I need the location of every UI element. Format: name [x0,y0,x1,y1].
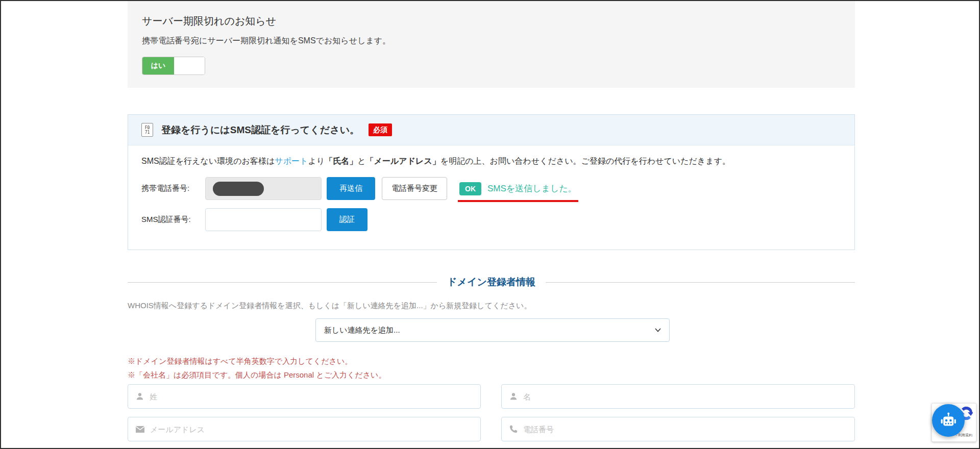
recaptcha-terms-text[interactable]: - 利用規約 [956,433,972,438]
resend-sms-button[interactable]: 再送信 [327,177,375,200]
toggle-on-label: はい [142,57,174,74]
intro-part3: と [357,157,365,165]
divider-line-left [128,282,437,283]
sms-sent-status-text: SMSを送信しました。 [487,183,577,194]
phone-number-field [205,177,322,200]
notice-title: サーバー期限切れのお知らせ [142,14,841,28]
person-icon [136,392,144,401]
input-rule-notes: ※ドメイン登録者情報はすべて半角英数字で入力してください。 ※「会社名」は必須項… [128,354,386,382]
server-expiry-notice-panel: サーバー期限切れのお知らせ 携帯電話番号宛にサーバー期限切れ通知をSMSでお知ら… [128,1,855,88]
sms-box-body: SMS認証を行えない環境のお客様はサポートより「氏名」と「メールアドレス」を明記… [128,145,854,231]
first-name-field[interactable] [501,384,855,409]
intro-part4: を明記の上、お問い合わせください。ご登録の代行を行わせていただきます。 [440,157,730,165]
last-name-field[interactable] [128,384,481,409]
verify-button[interactable]: 認証 [327,208,368,231]
divider-line-right [546,282,855,283]
toggle-off-half [174,57,205,74]
intro-bold-name: 「氏名」 [325,157,357,165]
registrant-section-heading: ドメイン登録者情報 [447,276,535,289]
sms-code-input[interactable] [205,208,322,231]
sms-box-title: 登録を行うにはSMS認証を行ってください。 [161,123,359,137]
sms-verification-box: F0 71 登録を行うにはSMS認証を行ってください。 必須 SMS認証を行えな… [128,114,855,250]
last-name-input[interactable] [150,392,473,401]
sms-intro-text: SMS認証を行えない環境のお客様はサポートより「氏名」と「メールアドレス」を明記… [141,156,841,167]
phone-icon [509,425,518,433]
phone-input[interactable] [523,425,847,434]
warning-missing-glyph-icon: F0 71 [141,123,153,137]
intro-part1: SMS認証を行えない環境のお客様は [141,157,275,165]
page: サーバー期限切れのお知らせ 携帯電話番号宛にサーバー期限切れ通知をSMSでお知ら… [0,0,980,449]
phone-number-label: 携帯電話番号: [141,184,205,193]
registrant-section-divider: ドメイン登録者情報 [128,276,855,289]
glyph-line2: 71 [145,130,150,135]
sms-status: OK SMSを送信しました。 [459,177,577,200]
terms-label[interactable]: 利用規約 [958,433,972,437]
sms-code-label: SMS認証番号: [141,215,205,224]
support-link[interactable]: サポート [275,157,308,165]
redacted-phone-number [213,182,264,196]
contact-select[interactable]: 新しい連絡先を追加... [315,318,670,342]
email-input[interactable] [150,425,473,434]
chevron-down-icon [655,328,661,332]
person-icon [509,392,518,401]
change-phone-button[interactable]: 電話番号変更 [382,177,447,200]
note-company-required: ※「会社名」は必須項目です。個人の場合は Personal とご入力ください。 [128,368,386,382]
ok-status-badge: OK [459,182,481,195]
registrant-form-grid [128,384,855,449]
email-field[interactable] [128,417,481,441]
first-name-input[interactable] [523,392,847,401]
sms-notification-toggle[interactable]: はい [142,57,205,75]
chatbot-button[interactable] [932,404,965,437]
contact-select-value: 新しい連絡先を追加... [324,326,400,335]
required-badge: 必須 [369,123,392,136]
robot-icon [940,412,957,429]
envelope-icon [136,426,144,433]
glyph-line1: F0 [145,126,150,130]
notice-description: 携帯電話番号宛にサーバー期限切れ通知をSMSでお知らせします。 [142,36,841,46]
intro-bold-email: 「メールアドレス」 [366,157,440,165]
sms-box-header: F0 71 登録を行うにはSMS認証を行ってください。 必須 [128,115,854,145]
intro-part2: より [308,157,325,165]
whois-note: WHOIS情報へ登録するドメイン登録者情報を選択、もしくは「新しい連絡先を追加.… [128,301,855,311]
note-halfwidth: ※ドメイン登録者情報はすべて半角英数字で入力してください。 [128,354,386,368]
phone-number-row: 携帯電話番号: 再送信 電話番号変更 OK SMSを送信しました。 [141,177,841,200]
phone-field[interactable] [501,417,855,441]
red-underline-annotation [458,200,578,202]
sms-code-row: SMS認証番号: 認証 [141,208,841,231]
